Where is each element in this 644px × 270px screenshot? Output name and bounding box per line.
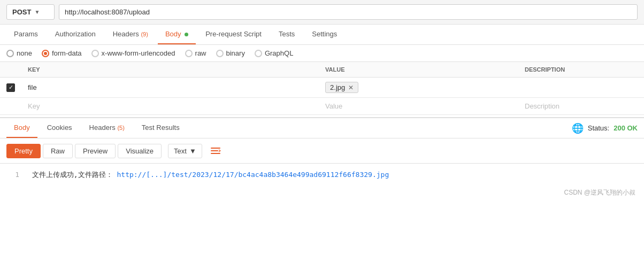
tab-prerequest[interactable]: Pre-request Script: [198, 25, 269, 44]
response-tab-testresults[interactable]: Test Results: [134, 118, 187, 138]
top-bar: POST ▼: [0, 0, 644, 25]
response-tab-body[interactable]: Body: [6, 118, 37, 138]
radio-graphql[interactable]: GraphQL: [255, 49, 293, 57]
format-chevron-icon: ▼: [189, 147, 196, 155]
response-text: 文件上传成功,文件路径：: [32, 171, 113, 179]
tab-body[interactable]: Body: [158, 25, 196, 44]
tab-authorization[interactable]: Authorization: [48, 25, 103, 44]
response-tab-cookies[interactable]: Cookies: [40, 118, 80, 138]
row-checkbox[interactable]: ✓: [6, 83, 15, 92]
btn-visualize[interactable]: Visualize: [118, 144, 162, 158]
table-row: ✓ file 2.jpg ✕: [0, 78, 644, 98]
key-cell: file: [21, 78, 319, 98]
radio-form-data[interactable]: form-data: [42, 49, 82, 57]
form-data-table: KEY VALUE DESCRIPTION ✓ file 2.jpg ✕: [0, 62, 644, 115]
radio-circle-urlencoded: [91, 50, 99, 57]
empty-desc-cell[interactable]: Description: [518, 98, 644, 115]
status-code: 200 OK: [614, 124, 638, 132]
value-tag: 2.jpg ✕: [325, 82, 358, 93]
response-tabs: Body Cookies Headers (5) Test Results 🌐 …: [0, 118, 644, 138]
status-bar: 🌐 Status: 200 OK: [572, 122, 638, 134]
wrap-icon[interactable]: [208, 143, 224, 159]
radio-raw[interactable]: raw: [185, 49, 206, 57]
btn-preview[interactable]: Preview: [75, 144, 116, 158]
request-nav-tabs: Params Authorization Headers (9) Body Pr…: [0, 25, 644, 45]
svg-rect-2: [211, 153, 220, 154]
value-cell: 2.jpg ✕: [319, 78, 518, 98]
value-col-header: VALUE: [319, 62, 518, 78]
empty-value-cell[interactable]: Value: [319, 98, 518, 115]
btn-raw[interactable]: Raw: [43, 144, 73, 158]
radio-circle-graphql: [255, 50, 262, 57]
response-link[interactable]: http://[...]/test/2023/12/17/bc4ac4a8b34…: [117, 171, 389, 179]
response-tab-headers[interactable]: Headers (5): [82, 118, 132, 138]
response-body: 1 文件上传成功,文件路径： http://[...]/test/2023/12…: [0, 164, 644, 186]
key-col-header: KEY: [21, 62, 319, 78]
checkbox-col-header: [0, 62, 21, 78]
tab-settings[interactable]: Settings: [304, 25, 344, 44]
radio-circle-form-data: [42, 50, 49, 57]
tab-headers[interactable]: Headers (9): [105, 25, 156, 44]
method-chevron-icon: ▼: [34, 9, 40, 15]
radio-urlencoded[interactable]: x-www-form-urlencoded: [91, 49, 175, 57]
radio-circle-none: [6, 50, 14, 57]
btn-pretty[interactable]: Pretty: [6, 144, 41, 158]
watermark: CSDN @逆风飞翔的小叔: [0, 186, 644, 202]
format-selector[interactable]: Text ▼: [168, 144, 202, 158]
status-label: Status:: [588, 124, 609, 132]
radio-circle-raw: [185, 50, 193, 57]
radio-binary[interactable]: binary: [216, 49, 245, 57]
response-toolbar: Pretty Raw Preview Visualize Text ▼: [0, 138, 644, 164]
method-label: POST: [12, 8, 31, 16]
desc-cell: [518, 78, 644, 98]
method-selector[interactable]: POST ▼: [6, 4, 55, 20]
line-number: 1: [9, 171, 19, 179]
tab-params[interactable]: Params: [6, 25, 45, 44]
svg-rect-1: [211, 150, 218, 151]
url-input[interactable]: [59, 4, 638, 20]
svg-rect-0: [211, 148, 220, 149]
value-tag-close[interactable]: ✕: [348, 84, 354, 91]
tab-tests[interactable]: Tests: [271, 25, 302, 44]
radio-none[interactable]: none: [6, 49, 32, 57]
response-section: Body Cookies Headers (5) Test Results 🌐 …: [0, 117, 644, 202]
empty-row: Key Value Description: [0, 98, 644, 115]
globe-icon[interactable]: 🌐: [572, 122, 584, 134]
empty-key-cell[interactable]: Key: [21, 98, 319, 115]
desc-col-header: DESCRIPTION: [518, 62, 644, 78]
body-options-row: none form-data x-www-form-urlencoded raw…: [0, 45, 644, 62]
body-dot: [185, 33, 188, 36]
radio-circle-binary: [216, 50, 224, 57]
